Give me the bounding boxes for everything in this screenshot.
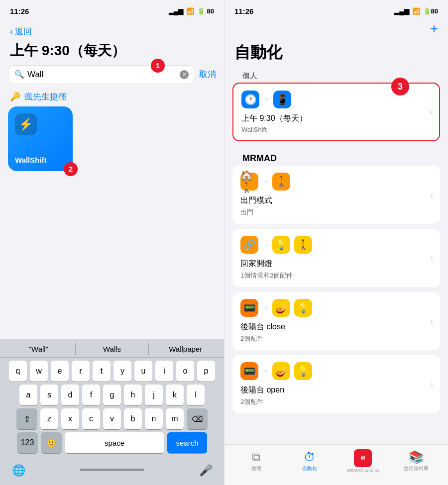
suggestion-wallpaper[interactable]: Wallpaper xyxy=(149,343,222,355)
key-k[interactable]: k xyxy=(166,385,184,405)
key-j[interactable]: j xyxy=(145,385,163,405)
key-row-2: a s d f g h j k l xyxy=(2,385,222,405)
shortcut-card-wallshift[interactable]: ⚡ WallShift 2 xyxy=(8,106,73,171)
badge-1: 1 xyxy=(151,59,165,73)
key-f[interactable]: f xyxy=(82,385,100,405)
suggestion-walls[interactable]: Walls xyxy=(76,343,149,355)
blinds-icon: 📟 xyxy=(240,299,258,317)
tab-mrmad-label: MRMAD.com.tw xyxy=(347,468,379,473)
key-v[interactable]: v xyxy=(103,408,121,429)
keyboard-rows: q w e r t y u i o p a s d f g h j k xyxy=(0,358,224,458)
tab-automation-label: 自動化 xyxy=(302,465,317,472)
section-personal: 個人 xyxy=(232,69,440,83)
search-input-wrapper[interactable]: 🔍 1 ✕ xyxy=(8,65,195,84)
key-x[interactable]: x xyxy=(61,408,79,429)
key-q[interactable]: q xyxy=(9,361,27,382)
bulb-icon-2: 💡 xyxy=(294,362,312,380)
battery-icon: 🔋 80 xyxy=(197,7,214,15)
tab-mrmad[interactable]: M MRMAD.com.tw xyxy=(336,449,390,473)
key-emoji[interactable]: 🙂 xyxy=(41,432,62,453)
shortcuts-icon: ⧉ xyxy=(252,450,260,464)
phone-icon: 📱 xyxy=(273,91,291,108)
key-d[interactable]: d xyxy=(61,385,79,405)
shortcut-grid: ⚡ WallShift 2 xyxy=(0,106,224,171)
bottom-bar-left: 🌐 🎤 xyxy=(0,458,224,485)
key-numbers[interactable]: 123 xyxy=(17,432,38,453)
key-l[interactable]: l xyxy=(187,385,205,405)
keyboard-area: "Wall" Walls Wallpaper q w e r t y u i o… xyxy=(0,339,224,485)
key-b[interactable]: b xyxy=(124,408,142,429)
time-left: 11:26 xyxy=(10,7,29,15)
personal-card-title: 上午 9:30（每天） xyxy=(241,113,431,124)
badge-2: 2 xyxy=(64,162,78,176)
wifi-icon: 📶 xyxy=(186,7,194,15)
back-button[interactable]: 返回 xyxy=(15,26,32,37)
card-chevron-2: › xyxy=(430,253,433,263)
clear-button[interactable]: ✕ xyxy=(180,70,189,79)
mrmad-logo: M xyxy=(354,449,372,467)
cancel-button[interactable]: 取消 xyxy=(199,69,216,80)
status-icons-right: ▂▄▆ 📶 🔋80 xyxy=(394,7,438,15)
card-subtitle-1: 出門 xyxy=(240,208,432,217)
automation-card-1[interactable]: 🏠🚶 → 🚶 出門模式 出門 › xyxy=(232,166,440,224)
key-s[interactable]: s xyxy=(40,385,58,405)
back-nav[interactable]: ‹ 返回 xyxy=(0,22,224,39)
key-a[interactable]: a xyxy=(19,385,37,405)
key-z[interactable]: z xyxy=(40,408,58,429)
arrow-icon-4: → xyxy=(261,367,269,376)
library-icon: 📚 xyxy=(409,450,424,464)
suggestion-wall-quoted[interactable]: "Wall" xyxy=(2,343,76,355)
globe-button[interactable]: 🌐 xyxy=(8,460,29,481)
card-icons-row-1: 🏠🚶 → 🚶 xyxy=(240,173,432,191)
section-label: 🔑 瘋先生捷徑 xyxy=(0,91,224,106)
automation-card-4[interactable]: 📟 → 🪔 💡 後陽台 open 2個配件 › xyxy=(232,355,440,413)
key-r[interactable]: r xyxy=(72,361,90,382)
section-mrmad: MRMAD xyxy=(232,146,440,166)
key-row-1: q w e r t y u i o p xyxy=(2,361,222,382)
card-chevron-1: › xyxy=(430,190,433,200)
key-delete[interactable]: ⌫ xyxy=(187,408,208,429)
key-m[interactable]: m xyxy=(166,408,184,429)
card-title-2: 回家開燈 xyxy=(240,259,432,269)
automation-icon: ⏱ xyxy=(304,450,316,464)
tab-automation[interactable]: ⏱ 自動化 xyxy=(283,450,336,472)
add-button[interactable]: + xyxy=(430,22,438,36)
card-title-1: 出門模式 xyxy=(240,195,432,206)
key-row-3: ⇧ z x c v b n m ⌫ xyxy=(2,408,222,429)
card-icons-row-2: 🔗 → 💡 🚶 xyxy=(240,236,432,254)
key-row-4: 123 🙂 space search xyxy=(2,432,222,453)
key-e[interactable]: e xyxy=(51,361,69,382)
personal-automation-card[interactable]: 3 🕐 → 📱 上午 9:30（每天） WallShift › xyxy=(232,83,440,141)
automation-card-2[interactable]: 🔗 → 💡 🚶 回家開燈 1個情境和2個配件 › xyxy=(232,229,440,287)
key-o[interactable]: o xyxy=(176,361,194,382)
key-u[interactable]: u xyxy=(134,361,152,382)
key-c[interactable]: c xyxy=(82,408,100,429)
key-n[interactable]: n xyxy=(145,408,163,429)
badge-3: 3 xyxy=(391,78,409,96)
lights-icon: 💡 xyxy=(272,236,290,254)
key-shift[interactable]: ⇧ xyxy=(16,408,37,429)
tab-shortcuts[interactable]: ⧉ 捷徑 xyxy=(229,450,283,472)
page-title-right: 自動化 xyxy=(224,38,448,69)
home-walk-icon: 🏠🚶 xyxy=(240,173,258,191)
tab-bar: ⧉ 捷徑 ⏱ 自動化 M MRMAD.com.tw 📚 捷徑資料庫 xyxy=(224,444,448,485)
search-bar: 🔍 1 ✕ 取消 xyxy=(8,65,216,84)
key-t[interactable]: t xyxy=(93,361,111,382)
key-y[interactable]: y xyxy=(113,361,131,382)
key-search[interactable]: search xyxy=(167,432,207,453)
key-i[interactable]: i xyxy=(155,361,173,382)
status-bar-left: 11:26 ▂▄▆ 📶 🔋 80 xyxy=(0,0,224,22)
key-g[interactable]: g xyxy=(103,385,121,405)
key-space[interactable]: space xyxy=(65,432,164,453)
tab-library[interactable]: 📚 捷徑資料庫 xyxy=(390,450,443,472)
key-w[interactable]: w xyxy=(30,361,48,382)
mic-button[interactable]: 🎤 xyxy=(195,460,216,481)
home-indicator-left xyxy=(80,469,144,471)
arrow-icon-2: → xyxy=(261,240,269,249)
key-p[interactable]: p xyxy=(197,361,215,382)
blinds-icon-2: 📟 xyxy=(240,362,258,380)
card-icons-row-4: 📟 → 🪔 💡 xyxy=(240,362,432,380)
automation-card-3[interactable]: 📟 → 🪔 💡 後陽台 close 2個配件 › xyxy=(232,292,440,350)
status-icons-left: ▂▄▆ 📶 🔋 80 xyxy=(169,7,214,15)
key-h[interactable]: h xyxy=(124,385,142,405)
